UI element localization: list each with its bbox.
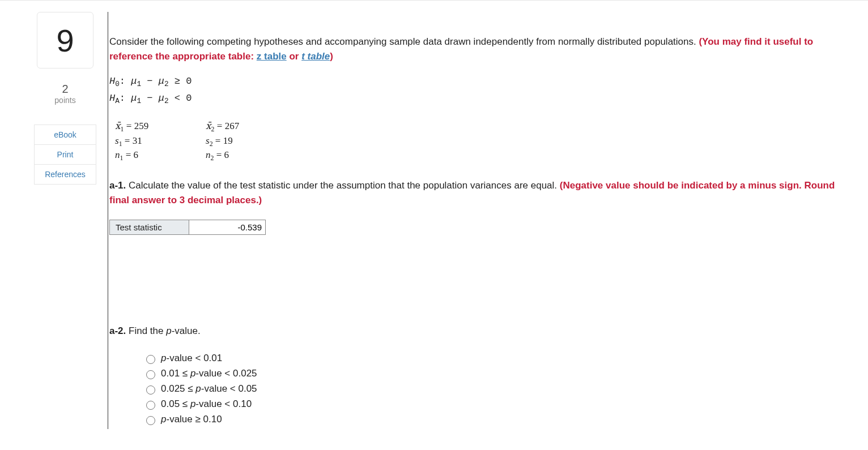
- option-5[interactable]: p-value ≥ 0.10: [143, 414, 845, 425]
- h0-sub: 0: [115, 80, 120, 88]
- option-3-label: 0.025 ≤ p-value < 0.05: [161, 383, 257, 395]
- o3-post: -value < 0.05: [201, 383, 257, 394]
- pvalue-options: p-value < 0.01 0.01 ≤ p-value < 0.025 0.…: [143, 353, 845, 425]
- s1-row: s1 = 31: [115, 135, 206, 148]
- intro-text: Consider the following competing hypothe…: [109, 36, 699, 47]
- answer-cell: [189, 220, 266, 235]
- question-number: 9: [56, 22, 74, 59]
- sample-stats: x̄1 = 259 s1 = 31 n1 = 6 x̄2 = 267 s2 = …: [115, 119, 845, 164]
- option-3[interactable]: 0.025 ≤ p-value < 0.05: [143, 383, 845, 395]
- x2-value: 267: [225, 121, 240, 131]
- option-2-label: 0.01 ≤ p-value < 0.025: [161, 368, 257, 379]
- hypotheses-block: H0: μ1 − μ2 ≥ 0 HA: μ1 − μ2 < 0: [109, 74, 845, 108]
- ha-line: HA: μ1 − μ2 < 0: [109, 91, 845, 108]
- option-4[interactable]: 0.05 ≤ p-value < 0.10: [143, 398, 845, 410]
- stats-col-2: x̄2 = 267 s2 = 19 n2 = 6: [206, 119, 296, 164]
- o3-p: p: [195, 383, 201, 394]
- answer-label: Test statistic: [110, 220, 189, 235]
- o4-post: -value < 0.10: [195, 398, 252, 409]
- part-a1: a-1. Calculate the value of the test sta…: [109, 178, 845, 207]
- ztable-link[interactable]: z table: [257, 51, 287, 62]
- h0-line: H0: μ1 − μ2 ≥ 0: [109, 74, 845, 91]
- option-1-label: p-value < 0.01: [161, 353, 222, 364]
- option-4-label: 0.05 ≤ p-value < 0.10: [161, 398, 252, 410]
- option-5-radio[interactable]: [146, 416, 155, 425]
- option-5-label: p-value ≥ 0.10: [161, 414, 222, 425]
- a2-pval: p: [166, 325, 171, 336]
- a1-label: a-1.: [109, 180, 126, 191]
- ebook-button[interactable]: eBook: [34, 125, 96, 145]
- o1-post: -value < 0.01: [166, 353, 222, 363]
- s1-value: 31: [133, 135, 142, 146]
- points-label: points: [54, 96, 75, 105]
- o4-pre: 0.05 ≤: [161, 398, 190, 409]
- h0-h: H: [109, 76, 115, 87]
- points-value: 2: [62, 83, 68, 96]
- o4-p: p: [190, 398, 195, 409]
- question-content: Consider the following competing hypothe…: [108, 12, 845, 429]
- s2-value: 19: [223, 135, 233, 146]
- option-3-radio[interactable]: [146, 385, 155, 395]
- x1-value: 259: [134, 121, 149, 131]
- option-1-radio[interactable]: [146, 355, 155, 364]
- ha-sub: A: [115, 97, 120, 105]
- test-statistic-input[interactable]: [189, 220, 265, 234]
- a2-prefix: Find the: [126, 325, 166, 336]
- option-4-radio[interactable]: [146, 401, 155, 410]
- a2-suffix: -value.: [172, 325, 201, 336]
- answer-table: Test statistic: [109, 220, 266, 235]
- s2-row: s2 = 19: [206, 135, 296, 148]
- o2-pre: 0.01 ≤: [161, 368, 190, 379]
- n2-value: 6: [224, 149, 229, 160]
- option-2[interactable]: 0.01 ≤ p-value < 0.025: [143, 368, 845, 379]
- o5-post: -value ≥ 0.10: [166, 414, 222, 425]
- question-number-box: 9: [37, 12, 93, 68]
- hint-close: ): [330, 51, 333, 62]
- option-1[interactable]: p-value < 0.01: [143, 353, 845, 364]
- page-container: 9 2 points eBook Print References Consid…: [0, 1, 868, 440]
- n1-value: 6: [134, 149, 139, 160]
- references-button[interactable]: References: [34, 164, 96, 185]
- part-a2: a-2. Find the p-value.: [109, 325, 845, 337]
- a1-text: Calculate the value of the test statisti…: [126, 180, 559, 191]
- hint-or: or: [287, 51, 301, 62]
- x2-row: x̄2 = 267: [206, 120, 296, 134]
- option-2-radio[interactable]: [146, 370, 155, 379]
- n2-row: n2 = 6: [206, 149, 296, 162]
- intro-paragraph: Consider the following competing hypothe…: [109, 35, 845, 63]
- print-button[interactable]: Print: [34, 144, 96, 165]
- x1-row: x̄1 = 259: [115, 120, 206, 134]
- sidebar: 9 2 points eBook Print References: [23, 12, 108, 429]
- n1-row: n1 = 6: [115, 149, 206, 162]
- ha-h: H: [109, 93, 115, 104]
- ttable-link[interactable]: t table: [301, 51, 330, 62]
- o3-pre: 0.025 ≤: [161, 383, 195, 394]
- stats-col-1: x̄1 = 259 s1 = 31 n1 = 6: [115, 119, 206, 164]
- a2-label: a-2.: [109, 325, 126, 336]
- o2-p: p: [190, 368, 195, 379]
- o2-post: -value < 0.025: [195, 368, 257, 379]
